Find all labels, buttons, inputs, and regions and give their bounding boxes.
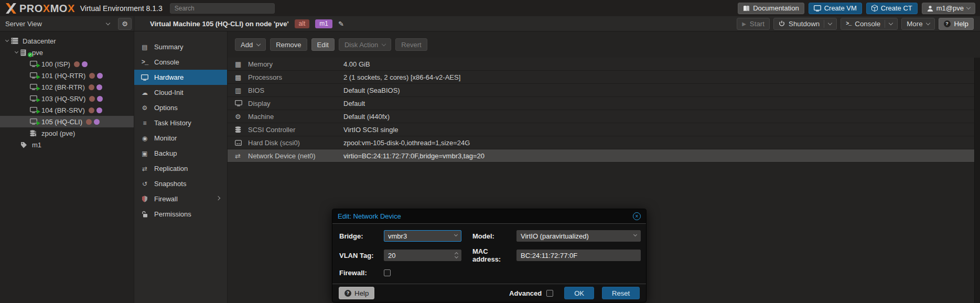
- monitor-icon: [141, 74, 149, 81]
- disk-action-button[interactable]: Disk Action: [339, 38, 391, 51]
- start-button[interactable]: ▶ Start: [737, 18, 770, 30]
- terminal-icon: >_: [846, 21, 851, 27]
- hardware-table: ▦ Memory 4.00 GiB ▩ Processors 2 (1 sock…: [228, 58, 980, 163]
- nav-item-console[interactable]: >_ Console: [134, 55, 227, 70]
- dialog-footer: ? Help Advanced OK Reset: [332, 284, 646, 302]
- shield-icon: [141, 196, 149, 202]
- tree-item-vm-100[interactable]: 100 (ISP): [0, 58, 134, 70]
- ok-button[interactable]: OK: [564, 287, 594, 299]
- chevron-down-icon[interactable]: [889, 20, 893, 25]
- running-indicator-icon: [37, 121, 40, 125]
- create-vm-button[interactable]: Create VM: [809, 3, 862, 14]
- revert-button[interactable]: Revert: [395, 38, 427, 51]
- running-indicator-icon: [37, 63, 40, 68]
- vm-tag-m1: m1: [315, 19, 332, 28]
- hardware-row-machine[interactable]: ⚙ Machine Default (i440fx): [228, 110, 980, 123]
- vm-running-icon: [30, 107, 40, 113]
- reset-button[interactable]: Reset: [602, 287, 640, 299]
- title-bar: Server View ⚙ Virtual Machine 105 (HQ-CL…: [0, 16, 980, 31]
- model-input[interactable]: [516, 230, 641, 242]
- proxmox-logo[interactable]: PROXMOX: [5, 3, 75, 14]
- create-ct-button[interactable]: Create CT: [866, 3, 918, 14]
- tree-item-tag-m1[interactable]: m1: [0, 139, 134, 150]
- dialog-body: Bridge: Model: VLAN Tag: MAC address:: [332, 224, 646, 284]
- console-button[interactable]: >_ Console: [841, 18, 898, 30]
- mac-address-input[interactable]: [516, 250, 641, 261]
- advanced-checkbox[interactable]: [546, 290, 553, 297]
- hardware-row-processors[interactable]: ▩ Processors 2 (1 sockets, 2 cores) [x86…: [228, 71, 980, 84]
- proxmox-x-icon: [5, 3, 17, 14]
- nav-item-replication[interactable]: ⇄ Replication: [134, 161, 227, 176]
- hardware-row-hard-disk[interactable]: Hard Disk (scsi0) zpool:vm-105-disk-0,io…: [228, 136, 980, 149]
- documentation-button[interactable]: Documentation: [738, 3, 804, 14]
- scrollbar-track[interactable]: [974, 58, 980, 303]
- edit-network-device-dialog: Edit: Network Device × Bridge: Model: VL…: [332, 209, 647, 302]
- expander-icon[interactable]: [5, 38, 8, 42]
- gear-icon: ⚙: [122, 20, 128, 28]
- model-label: Model:: [472, 232, 516, 240]
- close-icon[interactable]: ×: [633, 212, 641, 220]
- add-button[interactable]: Add: [235, 38, 266, 51]
- spinner-arrows[interactable]: [455, 252, 458, 258]
- hardware-row-bios[interactable]: ▥ BIOS Default (SeaBIOS): [228, 84, 980, 97]
- hardware-row-network-device[interactable]: ⇄ Network Device (net0) virtio=BC:24:11:…: [228, 149, 980, 163]
- tree-item-vm-102[interactable]: 102 (BR-RTR): [0, 81, 134, 93]
- hardware-row-memory[interactable]: ▦ Memory 4.00 GiB: [228, 58, 980, 71]
- power-icon: [779, 20, 785, 27]
- vm-running-icon: [30, 118, 40, 125]
- running-indicator-icon: [37, 98, 40, 102]
- remove-button[interactable]: Remove: [270, 38, 307, 51]
- database-icon: [235, 126, 248, 133]
- expander-icon[interactable]: [14, 50, 18, 53]
- vlan-tag-stepper[interactable]: [384, 250, 461, 261]
- edit-button[interactable]: Edit: [311, 38, 335, 51]
- hardware-row-display[interactable]: Display Default: [228, 97, 980, 110]
- nav-item-monitor[interactable]: ◉ Monitor: [134, 131, 227, 146]
- firewall-checkbox[interactable]: [384, 269, 391, 276]
- nav-item-backup[interactable]: ▣ Backup: [134, 146, 227, 161]
- nav-item-snapshots[interactable]: ↺ Snapshots: [134, 176, 227, 191]
- tree-settings-button[interactable]: ⚙: [118, 18, 132, 30]
- hardware-row-scsi-controller[interactable]: SCSI Controller VirtIO SCSI single: [228, 123, 980, 136]
- tree-item-vm-101[interactable]: 101 (HQ-RTR): [0, 70, 134, 81]
- tree-item-vm-104[interactable]: 104 (BR-SRV): [0, 104, 134, 116]
- advanced-label: Advanced: [509, 289, 542, 297]
- search-input[interactable]: [170, 3, 275, 14]
- chevron-down-icon: [106, 20, 110, 25]
- tag-dot-m1: [97, 73, 103, 79]
- nav-item-summary[interactable]: ▤ Summary: [134, 39, 227, 55]
- nav-item-options[interactable]: ⚙ Options: [134, 100, 227, 115]
- user-menu-button[interactable]: m1@pve: [922, 3, 975, 14]
- tree-item-vm-105[interactable]: 105 (HQ-CLI): [0, 116, 134, 127]
- tree-item-vm-103[interactable]: 103 (HQ-SRV): [0, 93, 134, 104]
- dialog-header[interactable]: Edit: Network Device ×: [332, 209, 646, 224]
- tag-dot-alt: [89, 73, 95, 79]
- more-button[interactable]: More: [901, 18, 934, 30]
- tree-item-zpool[interactable]: zpool (pve): [0, 127, 134, 139]
- nav-item-permissions[interactable]: Permissions: [134, 207, 227, 222]
- bridge-combo[interactable]: [384, 230, 461, 242]
- top-header: PROXMOX Virtual Environment 8.1.3 Docume…: [0, 0, 980, 16]
- shutdown-button[interactable]: Shutdown: [773, 18, 837, 30]
- mac-address-field[interactable]: [516, 250, 641, 261]
- chevron-down-icon[interactable]: [828, 20, 832, 25]
- bridge-input[interactable]: [384, 230, 461, 242]
- edit-tags-icon[interactable]: ✎: [338, 20, 344, 28]
- tree-item-datacenter[interactable]: Datacenter: [0, 35, 134, 47]
- vm-running-icon: [30, 72, 40, 79]
- network-icon: ⇄: [235, 152, 248, 160]
- vlan-tag-input[interactable]: [384, 250, 461, 261]
- help-button[interactable]: ? Help: [939, 18, 974, 30]
- view-mode-select[interactable]: Server View: [5, 20, 115, 28]
- nav-item-firewall[interactable]: Firewall: [134, 191, 227, 207]
- nav-item-cloud-init[interactable]: ☁ Cloud-Init: [134, 85, 227, 100]
- dialog-help-button[interactable]: ? Help: [339, 287, 374, 299]
- storage-icon: [30, 130, 40, 137]
- nav-item-hardware[interactable]: Hardware: [134, 70, 227, 85]
- node-icon: ✓: [20, 49, 31, 56]
- nav-item-task-history[interactable]: ≡ Task History: [134, 115, 227, 131]
- tag-dot-alt: [89, 84, 94, 90]
- tree-item-pve[interactable]: ✓ pve: [0, 47, 134, 58]
- model-combo[interactable]: [516, 230, 641, 242]
- question-icon: ?: [344, 290, 351, 297]
